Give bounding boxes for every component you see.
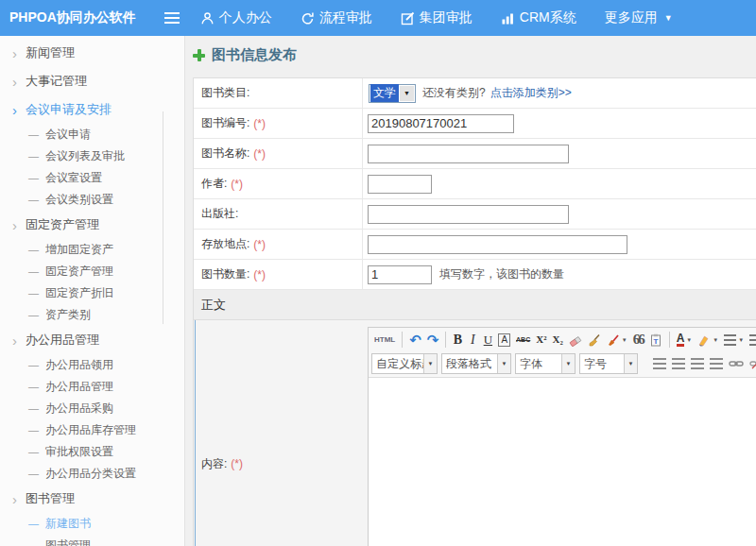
location-input[interactable] <box>368 235 627 254</box>
chevron-right-icon: › <box>12 218 17 232</box>
sidebar-item-supplies-manage[interactable]: —办公用品管理 <box>0 376 184 398</box>
nav-process-approval[interactable]: 流程审批 <box>301 9 372 26</box>
strikethrough-button-glyph: ABC <box>516 336 530 343</box>
caret-down-icon: ▼ <box>423 354 437 373</box>
redo-button-glyph: ↷ <box>427 333 439 347</box>
char-border-button[interactable]: A <box>496 330 512 350</box>
heading-select[interactable]: 自定义标题▼ <box>371 353 438 374</box>
nav-group-approval[interactable]: 集团审批 <box>401 9 472 26</box>
source-code-button-glyph: HTML <box>374 336 395 344</box>
align-right-button[interactable] <box>689 354 706 374</box>
sidebar-item-meeting-list[interactable]: —会议列表及审批 <box>0 145 184 167</box>
superscript-button[interactable]: X² <box>534 330 548 350</box>
link-button[interactable] <box>727 354 746 374</box>
paragraph-select[interactable]: 段落格式▼ <box>441 353 511 374</box>
author-input[interactable] <box>368 175 432 194</box>
unlink-button[interactable] <box>747 354 756 374</box>
nav-more-apps[interactable]: 更多应用▼ <box>605 9 673 26</box>
add-category-link[interactable]: 点击添加类别>> <box>490 85 572 101</box>
heading-select-label: 自定义标题 <box>372 356 423 372</box>
sidebar-group-label: 新闻管理 <box>26 44 75 61</box>
align-right-button-icon <box>691 358 704 369</box>
unordered-list-button[interactable]: ▼ <box>747 330 756 350</box>
sidebar-item-label: 会议列表及审批 <box>45 148 125 164</box>
form-row-author: 作者:(*) <box>194 169 756 199</box>
sidebar-item-supplies-claim[interactable]: —办公用品领用 <box>0 354 184 376</box>
flow-icon <box>301 11 315 26</box>
quantity-input[interactable] <box>368 265 432 284</box>
dash-icon: — <box>28 425 39 435</box>
sidebar-group-meeting[interactable]: ›会议申请及安排 <box>0 95 184 124</box>
sidebar-item-asset-category[interactable]: —资产类别 <box>0 304 184 326</box>
italic-button-glyph: I <box>471 333 475 347</box>
hamburger-icon[interactable] <box>164 12 180 24</box>
highlight-color-button[interactable]: ▼ <box>696 330 720 350</box>
sidebar-item-supplies-category[interactable]: —办公用品分类设置 <box>0 463 184 485</box>
sidebar-item-meeting-category[interactable]: —会议类别设置 <box>0 189 184 211</box>
font-family-select[interactable]: 字体▼ <box>515 353 576 374</box>
clear-format-button[interactable] <box>586 330 603 350</box>
sidebar-group-books[interactable]: ›图书管理 <box>0 485 184 513</box>
sidebar-group-fixed-assets[interactable]: ›固定资产管理 <box>0 211 184 239</box>
strikethrough-button[interactable]: ABC <box>514 330 532 350</box>
nav-crm-system[interactable]: CRM系统 <box>501 9 576 26</box>
sidebar-item-asset-depreciation[interactable]: —固定资产折旧 <box>0 282 184 304</box>
undo-button[interactable]: ↶ <box>407 330 423 350</box>
nav-personal-office[interactable]: 个人办公 <box>200 9 272 26</box>
sidebar-group-events[interactable]: ›大事记管理 <box>0 67 184 95</box>
align-center-button[interactable] <box>670 354 687 374</box>
caret-down-icon: ▼ <box>624 354 637 373</box>
sidebar-group-news[interactable]: ›新闻管理 <box>0 39 184 67</box>
sidebar-item-supplies-stock[interactable]: —办公用品库存管理 <box>0 419 184 441</box>
sidebar-item-asset-add[interactable]: —增加固定资产 <box>0 239 184 261</box>
font-size-select[interactable]: 字号▼ <box>579 353 638 374</box>
form-row-category: 图书类目: 文学 ▼ 还没有类别? 点击添加类别>> <box>194 78 756 109</box>
redo-button[interactable]: ↷ <box>425 330 441 350</box>
editor-content-area[interactable] <box>369 378 756 546</box>
italic-button[interactable]: I <box>466 330 479 350</box>
sidebar-scrollbar[interactable] <box>163 111 163 324</box>
sidebar-item-book-new[interactable]: —新建图书 <box>0 513 184 535</box>
sidebar-item-supplies-purchase[interactable]: —办公用品采购 <box>0 398 184 419</box>
format-painter-button[interactable]: ▼ <box>605 330 629 350</box>
bold-button[interactable]: B <box>451 330 464 350</box>
sidebar-item-label: 会议类别设置 <box>45 192 113 208</box>
char-border-button-glyph: A <box>498 333 510 347</box>
book-no-input[interactable] <box>368 114 514 133</box>
sidebar-group-office-supplies[interactable]: ›办公用品管理 <box>0 326 184 354</box>
source-code-button[interactable]: HTML <box>372 330 397 350</box>
sidebar-item-meeting-room[interactable]: —会议室设置 <box>0 167 184 189</box>
paste-button[interactable]: T <box>647 330 664 350</box>
underline-button[interactable]: U <box>481 330 494 350</box>
form-row-publisher: 出版社: <box>194 199 756 230</box>
subscript-button[interactable]: X₂ <box>550 330 564 350</box>
align-justify-button[interactable] <box>708 354 725 374</box>
sidebar-item-label: 办公用品分类设置 <box>45 466 136 482</box>
sidebar-item-label: 办公用品采购 <box>45 401 113 417</box>
publisher-input[interactable] <box>368 205 569 224</box>
sidebar-group-label: 办公用品管理 <box>26 332 99 349</box>
sidebar-item-asset-manage[interactable]: —固定资产管理 <box>0 261 184 282</box>
blockquote-button[interactable]: 66 <box>631 330 645 350</box>
category-select-value: 文学 <box>370 84 399 102</box>
required-mark: (*) <box>253 117 266 130</box>
eraser-button[interactable] <box>567 330 584 350</box>
chevron-right-icon: › <box>12 333 17 348</box>
edit-icon <box>401 11 415 26</box>
category-select[interactable]: 文学 ▼ <box>369 84 416 103</box>
book-name-input[interactable] <box>368 145 569 163</box>
ordered-list-button[interactable]: ▼ <box>722 330 746 350</box>
nav-label: 个人办公 <box>219 9 272 26</box>
font-color-button[interactable]: A▼ <box>675 330 695 350</box>
sidebar-item-label: 审批权限设置 <box>45 444 113 460</box>
section-header-body: 正文 <box>194 290 756 320</box>
sidebar-item-meeting-apply[interactable]: —会议申请 <box>0 124 184 145</box>
ordered-list-button-icon <box>724 334 736 346</box>
caret-down-icon: ▼ <box>622 337 627 343</box>
sidebar-item-approval-permission[interactable]: —审批权限设置 <box>0 441 184 463</box>
required-mark: (*) <box>253 238 266 251</box>
required-mark: (*) <box>253 147 266 161</box>
sidebar-item-book-manage[interactable]: —图书管理 <box>0 535 184 546</box>
align-left-button[interactable] <box>651 354 668 374</box>
sidebar-group-label: 大事记管理 <box>26 73 87 90</box>
